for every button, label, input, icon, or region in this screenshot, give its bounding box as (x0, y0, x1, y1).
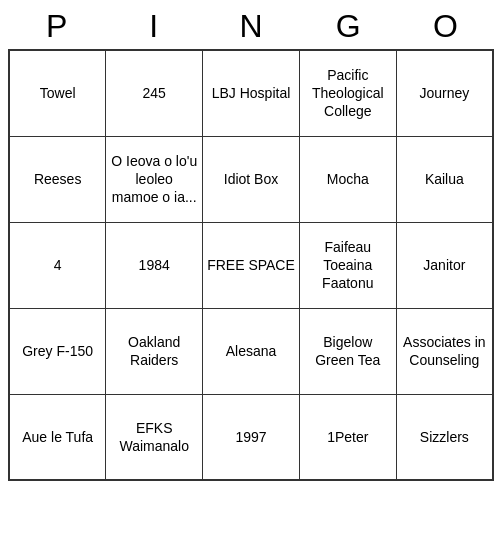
title-letter-i: I (110, 8, 198, 45)
cell-1-1: O Ieova o lo'u leoleo mamoe o ia... (106, 136, 203, 222)
cell-3-2: Alesana (203, 308, 300, 394)
cell-1-0: Reeses (9, 136, 106, 222)
title-letter-p: P (13, 8, 101, 45)
cell-1-3: Mocha (299, 136, 396, 222)
cell-3-4: Associates in Counseling (396, 308, 493, 394)
title-letter-g: G (304, 8, 392, 45)
title-letter-o: O (401, 8, 489, 45)
grid-row-3: Grey F-150Oakland RaidersAlesanaBigelow … (9, 308, 493, 394)
cell-2-0: 4 (9, 222, 106, 308)
cell-1-2: Idiot Box (203, 136, 300, 222)
cell-4-0: Aue le Tufa (9, 394, 106, 480)
bingo-title: PINGO (8, 8, 494, 45)
cell-3-3: Bigelow Green Tea (299, 308, 396, 394)
cell-0-3: Pacific Theological College (299, 50, 396, 136)
cell-4-1: EFKS Waimanalo (106, 394, 203, 480)
cell-0-4: Journey (396, 50, 493, 136)
cell-3-0: Grey F-150 (9, 308, 106, 394)
cell-4-4: Sizzlers (396, 394, 493, 480)
cell-0-1: 245 (106, 50, 203, 136)
cell-2-4: Janitor (396, 222, 493, 308)
bingo-grid: Towel245LBJ HospitalPacific Theological … (8, 49, 494, 481)
cell-3-1: Oakland Raiders (106, 308, 203, 394)
cell-4-3: 1Peter (299, 394, 396, 480)
grid-row-4: Aue le TufaEFKS Waimanalo19971PeterSizzl… (9, 394, 493, 480)
cell-0-2: LBJ Hospital (203, 50, 300, 136)
cell-1-4: Kailua (396, 136, 493, 222)
title-letter-n: N (207, 8, 295, 45)
grid-row-2: 41984FREE SPACEFaifeau Toeaina FaatonuJa… (9, 222, 493, 308)
cell-2-3: Faifeau Toeaina Faatonu (299, 222, 396, 308)
cell-2-2: FREE SPACE (203, 222, 300, 308)
cell-4-2: 1997 (203, 394, 300, 480)
grid-row-0: Towel245LBJ HospitalPacific Theological … (9, 50, 493, 136)
cell-2-1: 1984 (106, 222, 203, 308)
cell-0-0: Towel (9, 50, 106, 136)
grid-row-1: ReesesO Ieova o lo'u leoleo mamoe o ia..… (9, 136, 493, 222)
